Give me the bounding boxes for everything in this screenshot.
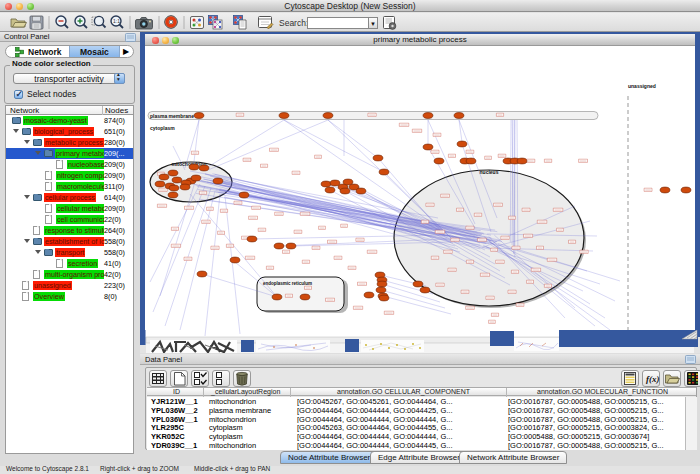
svg-text:1:1: 1:1: [113, 18, 120, 24]
svg-text:plasma membrane: plasma membrane: [150, 113, 194, 119]
svg-text:unassigned: unassigned: [628, 83, 656, 89]
svg-text:nucleus: nucleus: [480, 169, 499, 175]
svg-text:f(x): f(x): [646, 374, 660, 384]
svg-text:cytoplasm: cytoplasm: [150, 125, 175, 131]
svg-text:endoplasmic reticulum: endoplasmic reticulum: [263, 281, 312, 286]
